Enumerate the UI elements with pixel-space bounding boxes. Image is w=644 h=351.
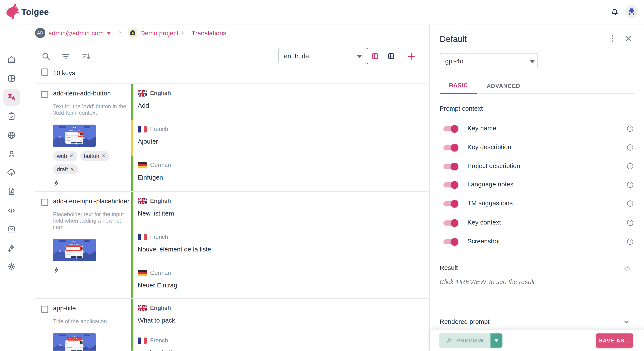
info-icon[interactable] xyxy=(626,143,634,152)
info-icon[interactable] xyxy=(626,199,634,208)
language-label: French xyxy=(150,337,168,344)
avatar-initials: AD xyxy=(35,28,45,38)
breadcrumb: AD admin@admin.com › Demo project › Tran… xyxy=(35,24,429,42)
translation-cell-de[interactable]: German Neuer Eintrag xyxy=(138,264,429,299)
user-avatar-small[interactable]: AD xyxy=(35,28,45,38)
remove-tag-icon[interactable]: ✕ xyxy=(69,153,74,159)
add-key-button[interactable] xyxy=(406,51,416,61)
flag-gb-icon xyxy=(138,305,147,311)
key-screenshot-thumbnail[interactable]: What To Pack xyxy=(53,125,96,147)
toggle-switch-on[interactable] xyxy=(444,126,458,131)
sidebar-item-settings[interactable] xyxy=(3,258,20,275)
key-screenshot-thumbnail[interactable]: What To Pack xyxy=(53,239,96,261)
translation-cell-fr[interactable]: French Ajouter xyxy=(138,120,429,156)
close-icon[interactable] xyxy=(624,34,633,43)
sort-icon[interactable] xyxy=(81,51,91,61)
translation-cell-gb[interactable]: English Add xyxy=(138,84,429,120)
row-checkbox[interactable] xyxy=(41,91,48,98)
top-app-bar: Tolgee xyxy=(0,0,644,24)
select-all-checkbox[interactable] xyxy=(41,69,48,76)
preview-button[interactable]: PREVIEW xyxy=(439,333,490,347)
sparkles-icon xyxy=(446,337,453,344)
info-icon[interactable] xyxy=(626,219,634,227)
toggle-switch-on[interactable] xyxy=(444,164,458,169)
preview-dropdown-button[interactable] xyxy=(490,333,502,347)
flag-gb-icon xyxy=(138,90,147,97)
sidebar-item-languages[interactable] xyxy=(3,127,20,144)
translation-cell-gb[interactable]: English What to pack xyxy=(138,299,429,331)
tab-advanced[interactable]: ADVANCED xyxy=(477,78,530,94)
translation-cell-fr[interactable]: French Quoi emballer xyxy=(138,331,429,351)
toggle-switch-on[interactable] xyxy=(444,239,458,244)
toggle-switch-on[interactable] xyxy=(444,182,458,187)
model-selector[interactable]: gpt-4o xyxy=(440,53,538,69)
key-cell[interactable]: app-title Title of the application What … xyxy=(53,304,131,351)
tag-pill[interactable]: button ✕ xyxy=(80,151,110,161)
sidebar-item-tasks[interactable] xyxy=(3,108,20,125)
breadcrumb-separator: › xyxy=(182,29,184,36)
sidebar-item-export[interactable] xyxy=(3,183,20,200)
row-checkbox[interactable] xyxy=(41,199,48,206)
sidebar-item-devtools[interactable] xyxy=(3,221,20,238)
sidebar-item-import[interactable] xyxy=(3,164,20,181)
key-description: Text for the 'Add' button in the 'Add It… xyxy=(53,103,131,116)
chevron-down-icon[interactable] xyxy=(622,318,631,326)
sidebar-item-translations[interactable] xyxy=(3,89,20,106)
tab-basic[interactable]: BASIC xyxy=(440,78,477,94)
machine-translate-bolt-icon[interactable] xyxy=(53,179,131,187)
toggle-switch-on[interactable] xyxy=(444,201,458,206)
flag-de-icon xyxy=(138,162,147,168)
filter-icon[interactable] xyxy=(61,51,70,61)
tag-pill[interactable]: web ✕ xyxy=(53,151,78,161)
language-label: English xyxy=(150,90,171,97)
key-name: add-item-add-button xyxy=(53,90,131,97)
info-icon[interactable] xyxy=(626,238,634,246)
preview-split-button: PREVIEW xyxy=(439,333,502,347)
key-cell[interactable]: add-item-input-placeholder Placeholder t… xyxy=(53,197,131,274)
info-icon[interactable] xyxy=(626,162,634,170)
kebab-menu-icon[interactable] xyxy=(608,34,617,43)
sidebar-item-projects[interactable] xyxy=(3,70,20,87)
language-label: English xyxy=(150,198,171,204)
tasks-icon xyxy=(7,112,16,121)
translation-cell-gb[interactable]: English New list item xyxy=(138,192,429,228)
user-avatar[interactable] xyxy=(625,5,638,18)
translation-row: add-item-add-button Text for the 'Add' b… xyxy=(35,84,429,192)
breadcrumb-project[interactable]: Demo project xyxy=(140,30,178,37)
translation-cell-fr[interactable]: French Nouvel élément de la liste xyxy=(138,228,429,264)
save-as-button[interactable]: SAVE AS... xyxy=(596,333,633,347)
list-view-button[interactable] xyxy=(367,48,383,64)
key-cell[interactable]: add-item-add-button Text for the 'Add' b… xyxy=(53,90,131,187)
row-checkbox[interactable] xyxy=(41,306,48,313)
app-title: Tolgee xyxy=(22,7,49,17)
language-selector[interactable]: en, fr, de xyxy=(278,48,366,64)
sidebar-item-integrate[interactable] xyxy=(3,202,20,219)
key-screenshot-thumbnail[interactable]: What To Pack What To Pack xyxy=(53,333,96,351)
sidebar-item-home[interactable] xyxy=(3,51,20,68)
breadcrumb-user[interactable]: admin@admin.com xyxy=(48,30,104,37)
machine-translate-bolt-icon[interactable] xyxy=(53,266,131,274)
ai-icon xyxy=(7,244,16,253)
translation-value: Add xyxy=(138,102,149,109)
search-icon[interactable] xyxy=(41,51,51,61)
language-selector-value: en, fr, de xyxy=(284,53,309,60)
toggle-switch-on[interactable] xyxy=(444,145,458,150)
remove-tag-icon[interactable]: ✕ xyxy=(70,166,74,172)
rendered-prompt-heading[interactable]: Rendered prompt xyxy=(440,318,490,325)
language-header: French xyxy=(138,234,168,240)
remove-tag-icon[interactable]: ✕ xyxy=(101,153,106,159)
info-icon[interactable] xyxy=(626,181,634,189)
tag-pill[interactable]: draft ✕ xyxy=(53,164,78,174)
toggle-switch-on[interactable] xyxy=(444,220,458,226)
code-icon[interactable] xyxy=(622,264,632,273)
breadcrumb-page: Translations xyxy=(192,30,226,37)
divider xyxy=(430,314,644,314)
caret-down-icon[interactable] xyxy=(106,32,111,35)
sidebar-item-ai[interactable] xyxy=(3,240,20,257)
notifications-bell-icon[interactable] xyxy=(610,7,620,17)
sidebar-item-members[interactable] xyxy=(3,146,20,163)
table-view-button[interactable] xyxy=(383,48,400,64)
translation-cell-de[interactable]: German Einfügen xyxy=(138,156,429,192)
info-icon[interactable] xyxy=(626,125,634,133)
flag-fr-icon xyxy=(138,126,147,133)
